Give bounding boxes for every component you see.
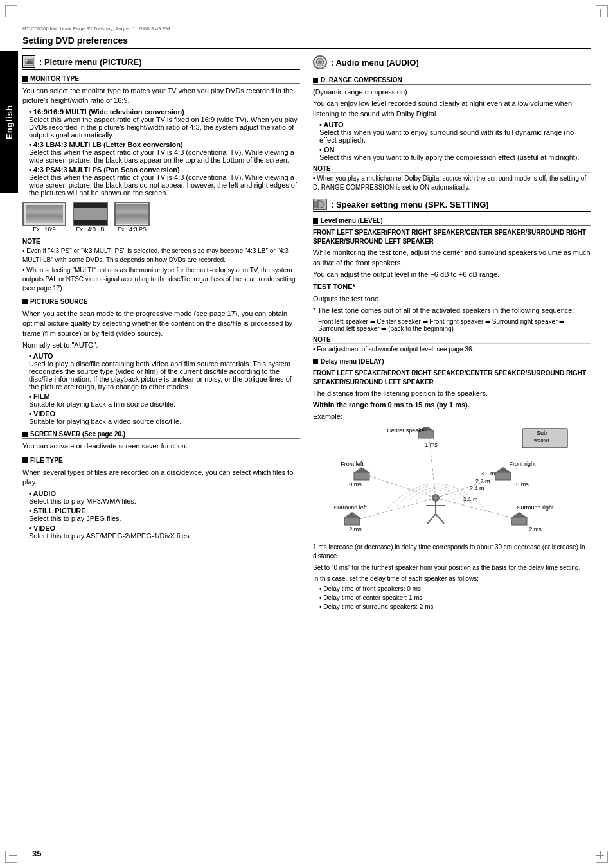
delay-range: Within the range from 0 ms to 15 ms (by … (313, 400, 591, 410)
picture-section-title: : Picture menu (PICTURE) (22, 55, 300, 70)
svg-rect-25 (344, 517, 360, 525)
picture-source-normally: Normally set to "AUTO". (22, 341, 300, 350)
tv-169-img (26, 205, 63, 223)
square-icon-level (313, 218, 318, 224)
delay-example-label: Example: (313, 412, 591, 421)
screen-saver-label: SCREEN SAVER (See page 20.) (30, 430, 125, 438)
svg-text:1 ms: 1 ms (425, 441, 438, 448)
level-note-text: • For adjustment of subwoofer output lev… (313, 345, 591, 354)
monitor-note-box: NOTE • Even if "4:3 PS" or "4:3 MULTI PS… (22, 238, 300, 293)
speaker-sequence: Front left speaker ➡ Center speaker ➡ Fr… (313, 318, 591, 332)
delay-center-text: Delay time of center speaker: 1 ms (323, 594, 423, 601)
svg-text:Front left: Front left (341, 461, 364, 467)
screen-saver-title: SCREEN SAVER (See page 20.) (22, 430, 300, 439)
svg-text:Surround left: Surround left (333, 504, 367, 511)
file-type-label: FILE TYPE (30, 457, 63, 464)
tv-lb-bar-bottom (74, 220, 107, 225)
monitor-option-3-label: 4:3 PS/4:3 MULTI PS (Pan Scan conversion… (33, 166, 180, 173)
svg-rect-17 (354, 472, 369, 480)
ps-film: FILM Suitable for playing back a film so… (22, 393, 300, 408)
delay-center: Delay time of center speaker: 1 ms (313, 594, 591, 601)
d-range-title: D. RANGE COMPRESSION (313, 76, 591, 85)
diagram-svg: Sub woofer Center speaker 1 ms Front lef (313, 427, 591, 540)
svg-line-38 (369, 476, 436, 498)
ps-video-text: Suitable for playing back a video source… (29, 418, 181, 425)
svg-rect-21 (495, 472, 511, 480)
drange-auto: AUTO Select this when you want to enjoy … (313, 121, 591, 144)
page-number: 35 (32, 849, 41, 858)
tv-ps: Ex.: 4:3 PS (114, 202, 150, 233)
ps-auto-label: AUTO (33, 352, 53, 360)
level-range: You can adjust the output level in the −… (313, 270, 591, 279)
square-icon-filetype (22, 457, 28, 463)
svg-text:Surround right: Surround right (517, 504, 554, 511)
page-title: Setting DVD preferences (22, 35, 591, 49)
monitor-option-3: 4:3 PS/4:3 MULTI PS (Pan Scan conversion… (22, 166, 300, 197)
svg-text:Center speaker: Center speaker (387, 427, 427, 434)
level-menu-title: Level menu (LEVEL) (313, 217, 591, 226)
square-icon-picture-source (22, 299, 28, 304)
file-type-title: FILE TYPE (22, 457, 300, 465)
svg-text:3.0 m: 3.0 m (481, 470, 495, 477)
speaker-diagram: Sub woofer Center speaker 1 ms Front lef (313, 427, 591, 543)
spk-icon (313, 199, 327, 210)
delay-front-text: Delay time of front speakers: 0 ms (323, 585, 421, 592)
tv-lb-bar-top (74, 203, 107, 208)
d-range-intro: You can enjoy low level recorded sound c… (313, 99, 591, 119)
in-this-case: In this case, set the delay time of each… (313, 574, 591, 583)
svg-marker-28 (511, 512, 527, 517)
svg-marker-20 (495, 467, 511, 472)
picture-source-label: PICTURE SOURCE (30, 298, 87, 305)
two-column-layout: : Picture menu (PICTURE) MONITOR TYPE Yo… (22, 55, 591, 846)
ft-audio: AUDIO Select this to play MP3/WMA files. (22, 490, 300, 505)
svg-rect-7 (314, 202, 318, 207)
ps-auto-text: Used to play a disc/file containing both… (29, 360, 292, 391)
test-tone-text: Outputs the test tone. (313, 294, 591, 304)
ps-video: VIDEO Suitable for playing back a video … (22, 410, 300, 425)
header-text: HT-C6030[U/W].book Page 35 Tuesday, Augu… (22, 26, 170, 31)
level-subtitle: FRONT LEFT SPEAKER/FRONT RIGHT SPEAKER/C… (313, 228, 591, 246)
drange-auto-text: Select this when you want to enjoy surro… (319, 128, 574, 144)
tv-images: Ex.: 16:9 Ex.: 4:3 LB (22, 202, 300, 233)
tv-lb-box (73, 202, 108, 226)
svg-marker-8 (318, 200, 323, 208)
tv-169-label: Ex.: 16:9 (33, 226, 56, 233)
square-icon-screensaver (22, 432, 28, 437)
level-intro: While monitoring the test tone, adjust t… (313, 248, 591, 268)
monitor-option-2-text: Select this when the aspect ratio of you… (29, 148, 294, 164)
spk-section-title: : Speaker setting menu (SPK. SETTING) (313, 199, 591, 212)
square-icon-delay (313, 359, 318, 364)
delay-intro: The distance from the listening position… (313, 389, 591, 398)
svg-text:Sub: Sub (537, 430, 547, 436)
ft-video-text: Select this to play ASF/MPEG-2/MPEG-1/Di… (29, 532, 191, 540)
drange-on-label: ON (324, 146, 335, 154)
monitor-type-title: MONITOR TYPE (22, 75, 300, 84)
svg-marker-16 (354, 467, 369, 472)
svg-line-35 (427, 514, 436, 524)
crosshair-bl (9, 851, 17, 859)
svg-text:0 ms: 0 ms (516, 481, 529, 488)
delay-surround-text: Delay time of surround speakers: 2 ms (323, 603, 433, 610)
drange-on: ON Select this when you want to fully ap… (313, 146, 591, 161)
svg-text:2.7 m: 2.7 m (475, 478, 490, 484)
sidebar-tab: English (0, 51, 18, 193)
monitor-type-intro: You can select the monitor type to match… (22, 86, 300, 106)
svg-point-3 (26, 60, 28, 62)
ft-video-label: VIDEO (33, 524, 55, 532)
picture-source-intro: When you set the scan mode to the progre… (22, 309, 300, 339)
picture-icon (22, 55, 35, 68)
monitor-option-1: 16:9/16:9 MULTI (Wide television convers… (22, 108, 300, 139)
tv-lb: Ex.: 4:3 LB (73, 202, 108, 233)
crosshair-tl (9, 9, 17, 17)
ft-video: VIDEO Select this to play ASF/MPEG-2/MPE… (22, 524, 300, 540)
delay-menu-title: Delay menu (DELAY) (313, 358, 591, 366)
level-menu-label: Level menu (LEVEL) (321, 217, 383, 224)
svg-text:2 ms: 2 ms (529, 526, 542, 533)
monitor-option-2: 4:3 LB/4:3 MULTI LB (Letter Box conversi… (22, 141, 300, 164)
test-tone-note: * The test tone comes out of all of the … (313, 306, 591, 315)
audio-menu-title: : Audio menu (AUDIO) (331, 58, 419, 67)
d-range-label: D. RANGE COMPRESSION (321, 76, 402, 84)
monitor-note-1: • Even if "4:3 PS" or "4:3 MULTI PS" is … (22, 247, 300, 265)
ps-auto: AUTO Used to play a disc/file containing… (22, 352, 300, 391)
delay-subtitle: FRONT LEFT SPEAKER/FRONT RIGHT SPEAKER/C… (313, 369, 591, 387)
